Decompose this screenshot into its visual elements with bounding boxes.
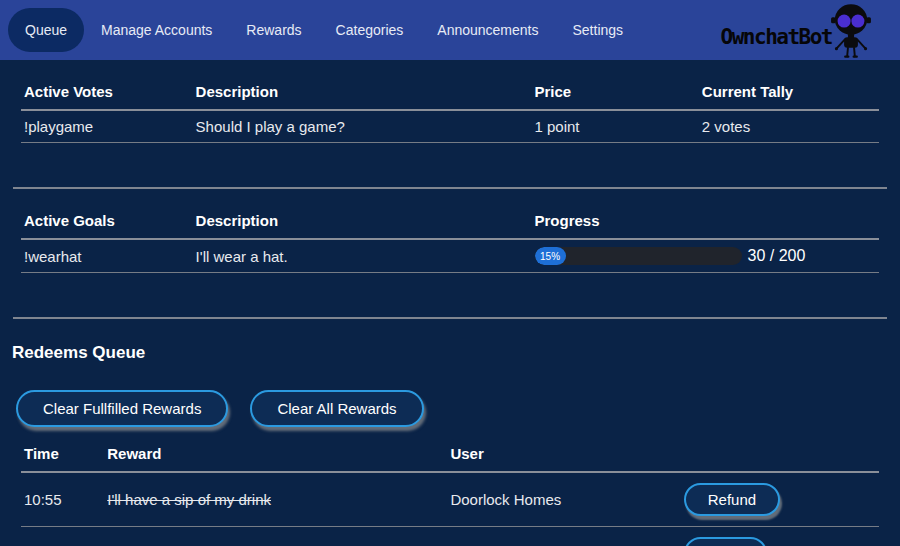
tab-rewards[interactable]: Rewards: [229, 8, 318, 52]
redeems-header-user: User: [447, 437, 680, 472]
redeems-queue-actions: Clear Fullfilled Rewards Clear All Rewar…: [16, 390, 900, 427]
goal-command: !wearhat: [21, 239, 193, 273]
logo-text: OwnchatBot: [721, 25, 832, 49]
goal-progress-cell: 15% 30 / 200: [532, 239, 880, 273]
goal-description: I'll wear a hat.: [193, 239, 532, 273]
goal-row: !wearhat I'll wear a hat. 15% 30 / 200: [21, 239, 879, 273]
robot-icon: [828, 3, 874, 59]
active-goals-section: Active Goals Description Progress !wearh…: [13, 189, 887, 319]
redeems-header-action: [681, 437, 879, 472]
redeem-row: 10:55 I'll have a sip of my drink Doorlo…: [21, 472, 879, 527]
votes-header-description: Description: [193, 75, 532, 110]
active-votes-table: Active Votes Description Price Current T…: [21, 75, 879, 143]
clear-fulfilled-rewards-button[interactable]: Clear Fullfilled Rewards: [16, 390, 228, 427]
progress-bar-track: 15%: [535, 247, 742, 265]
redeem-reward: I'll have a sip of my drink: [104, 527, 447, 546]
vote-tally: 2 votes: [699, 110, 879, 143]
redeem-action-cell: Fulfill: [681, 527, 879, 546]
tab-settings[interactable]: Settings: [555, 8, 640, 52]
vote-price: 1 point: [532, 110, 699, 143]
vote-command: !playgame: [21, 110, 193, 143]
redeem-time: 10:55: [21, 472, 104, 527]
navbar: Queue Manage Accounts Rewards Categories…: [0, 0, 900, 60]
clear-all-rewards-button[interactable]: Clear All Rewards: [250, 390, 423, 427]
tab-announcements[interactable]: Announcements: [420, 8, 555, 52]
fulfill-button[interactable]: Fulfill: [684, 537, 767, 546]
nav-tabs: Queue Manage Accounts Rewards Categories…: [8, 8, 640, 52]
progress-bar-fill: 15%: [535, 247, 566, 265]
redeems-queue-table-wrap: Time Reward User 10:55 I'll have a sip o…: [13, 437, 887, 546]
vote-row: !playgame Should I play a game? 1 point …: [21, 110, 879, 143]
tab-queue[interactable]: Queue: [8, 8, 84, 52]
redeems-header-reward: Reward: [104, 437, 447, 472]
votes-header-command: Active Votes: [21, 75, 193, 110]
goals-header-command: Active Goals: [21, 204, 193, 239]
redeem-user: Cornelius Burns: [447, 527, 680, 546]
goals-header-description: Description: [193, 204, 532, 239]
redeem-reward-text: I'll have a sip of my drink: [107, 491, 271, 508]
goals-header-progress: Progress: [532, 204, 880, 239]
active-votes-section: Active Votes Description Price Current T…: [13, 60, 887, 189]
votes-header-price: Price: [532, 75, 699, 110]
redeem-action-cell: Refund: [681, 472, 879, 527]
progress-value: 30 / 200: [748, 247, 806, 265]
active-goals-table: Active Goals Description Progress !wearh…: [21, 204, 879, 273]
refund-button[interactable]: Refund: [684, 483, 780, 516]
vote-description: Should I play a game?: [193, 110, 532, 143]
tab-categories[interactable]: Categories: [319, 8, 421, 52]
app-logo: OwnchatBot: [721, 1, 900, 59]
redeems-queue-table: Time Reward User 10:55 I'll have a sip o…: [21, 437, 879, 546]
redeems-header-time: Time: [21, 437, 104, 472]
redeem-time: 12:10: [21, 527, 104, 546]
redeem-row: 12:10 I'll have a sip of my drink Cornel…: [21, 527, 879, 546]
redeem-reward: I'll have a sip of my drink: [104, 472, 447, 527]
votes-header-tally: Current Tally: [699, 75, 879, 110]
redeems-queue-title: Redeems Queue: [12, 343, 900, 363]
tab-manage-accounts[interactable]: Manage Accounts: [84, 8, 229, 52]
redeem-user: Doorlock Homes: [447, 472, 680, 527]
